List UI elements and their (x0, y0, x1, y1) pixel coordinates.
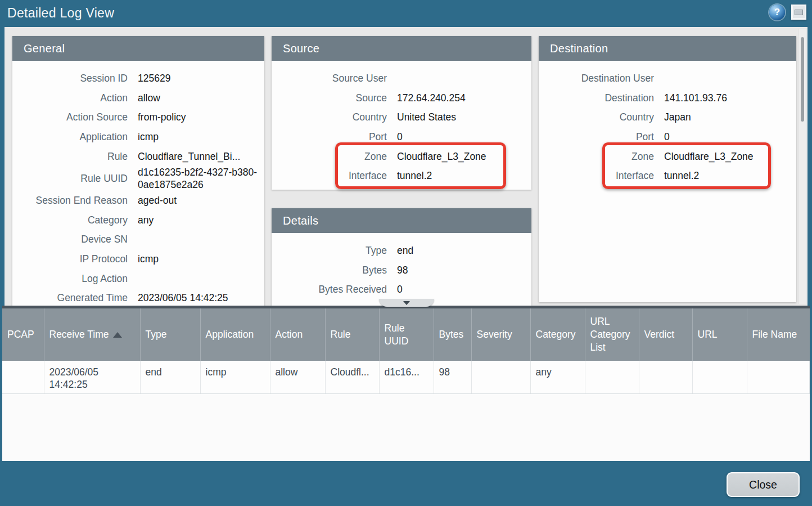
field-application: Applicationicmp (12, 127, 264, 147)
field-label: Bytes Received (272, 283, 387, 295)
table-header-row: PCAP Receive Time Type Application Actio… (2, 308, 810, 361)
field-value: 0 (664, 131, 796, 143)
cell-category: any (530, 361, 585, 393)
title-bar: Detailed Log View ? (0, 0, 812, 27)
field-value: Cloudflare_Tunnel_Bi... (138, 150, 264, 163)
field-value: d1c16235-b2f2-4327-b380-0ae1875e2a26 (138, 166, 264, 191)
window-restore-icon[interactable] (791, 5, 806, 20)
field-bytes-received: Bytes Received0 (272, 280, 531, 299)
dialog-title: Detailed Log View (7, 6, 114, 21)
cell-bytes: 98 (434, 361, 471, 393)
sort-ascending-icon (113, 332, 122, 338)
cell-url (692, 361, 747, 393)
help-icon[interactable]: ? (769, 5, 785, 20)
field-port: Port0 (539, 127, 796, 147)
field-label: Device SN (12, 233, 128, 245)
field-label: IP Protocol (12, 253, 128, 265)
column-header-application[interactable]: Application (200, 308, 270, 361)
field-value: Cloudflare_L3_Zone (664, 150, 796, 163)
cell-verdict (639, 361, 692, 393)
destination-panel: Destination Destination User Destination… (539, 36, 796, 302)
field-value: tunnel.2 (397, 169, 531, 182)
field-value: 0 (397, 283, 531, 295)
field-value: icmp (138, 131, 264, 143)
field-rule: RuleCloudflare_Tunnel_Bi... (12, 146, 264, 166)
column-header-severity[interactable]: Severity (471, 308, 530, 361)
column-header-pcap[interactable]: PCAP (2, 308, 44, 361)
column-header-label: Receive Time (49, 329, 109, 340)
column-header-bytes[interactable]: Bytes (434, 308, 471, 361)
column-header-rule[interactable]: Rule (325, 308, 379, 361)
field-value: 98 (397, 264, 531, 276)
log-table-row[interactable]: 2023/06/05 14:42:25 end icmp allow Cloud… (2, 361, 810, 393)
field-source-user: Source User (272, 69, 531, 88)
field-destination-user: Destination User (539, 69, 796, 88)
field-interface: Interfacetunnel.2 (539, 166, 796, 186)
field-ip-protocol: IP Protocolicmp (12, 249, 264, 269)
field-value: 2023/06/05 14:42:25 (138, 292, 264, 304)
window-restore-icon-glyph (795, 10, 803, 15)
field-label: Session End Reason (12, 194, 128, 207)
field-value: aged-out (138, 194, 264, 207)
field-label: Action (12, 92, 128, 104)
field-value: allow (138, 92, 264, 104)
field-type: Typeend (272, 241, 531, 261)
column-header-rule-uuid[interactable]: Rule UUID (379, 308, 434, 361)
field-label: Country (539, 111, 654, 123)
field-label: Action Source (12, 111, 128, 123)
field-action: Actionallow (12, 88, 264, 108)
field-value: from-policy (138, 111, 264, 123)
panel-splitter-handle[interactable] (379, 299, 434, 307)
cell-action: allow (270, 361, 325, 393)
column-header-file-name[interactable]: File Name (747, 308, 810, 361)
field-value: any (138, 214, 264, 226)
field-rule-uuid: Rule UUIDd1c16235-b2f2-4327-b380-0ae1875… (12, 166, 264, 191)
field-value: United States (397, 111, 531, 123)
field-zone: ZoneCloudflare_L3_Zone (539, 146, 796, 166)
field-action-source: Action Sourcefrom-policy (12, 108, 264, 127)
cell-receive-time: 2023/06/05 14:42:25 (44, 361, 140, 393)
destination-panel-title: Destination (539, 36, 796, 61)
field-label: Rule (12, 150, 128, 163)
field-country: CountryJapan (539, 108, 796, 127)
column-header-verdict[interactable]: Verdict (639, 308, 692, 361)
general-panel-title: General (12, 36, 264, 61)
column-header-category[interactable]: Category (530, 308, 585, 361)
field-value: Japan (664, 111, 796, 123)
field-destination: Destination141.101.93.76 (539, 88, 796, 108)
column-header-url-category-list[interactable]: URL Category List (585, 308, 639, 361)
field-label: Log Action (12, 272, 128, 285)
log-detail-region: General Session ID125629 Actionallow Act… (4, 27, 808, 306)
column-header-receive-time[interactable]: Receive Time (44, 308, 140, 361)
field-session-id: Session ID125629 (12, 69, 264, 88)
field-label: Port (272, 131, 387, 143)
column-header-action[interactable]: Action (270, 308, 325, 361)
details-panel-title: Details (272, 208, 531, 233)
field-label: Interface (539, 169, 654, 182)
column-header-type[interactable]: Type (140, 308, 200, 361)
field-value: icmp (138, 253, 264, 265)
field-log-action: Log Action (12, 268, 264, 288)
field-generated-time: Generated Time2023/06/05 14:42:25 (12, 288, 264, 306)
cell-file-name (747, 361, 810, 393)
field-value: end (397, 244, 531, 257)
cell-rule-uuid: d1c16... (379, 361, 434, 393)
field-label: Source (272, 92, 387, 104)
cell-type: end (140, 361, 200, 393)
cell-pcap (2, 361, 44, 393)
cell-url-category-list (585, 361, 639, 393)
field-value: tunnel.2 (664, 169, 796, 182)
cell-rule: Cloudfl... (325, 361, 379, 393)
field-session-end-reason: Session End Reasonaged-out (12, 191, 264, 211)
details-panel: Details Typeend Bytes98 Bytes Received0 (272, 208, 531, 306)
field-country: CountryUnited States (272, 108, 531, 127)
scrollbar-thumb[interactable] (801, 37, 804, 122)
collapse-down-icon (403, 301, 410, 305)
field-label: Port (539, 131, 654, 143)
vertical-scrollbar[interactable] (798, 29, 806, 304)
field-value: 141.101.93.76 (664, 92, 796, 104)
field-label: Rule UUID (12, 172, 128, 185)
column-header-url[interactable]: URL (692, 308, 747, 361)
close-button[interactable]: Close (727, 472, 800, 497)
field-label: Generated Time (12, 292, 128, 304)
